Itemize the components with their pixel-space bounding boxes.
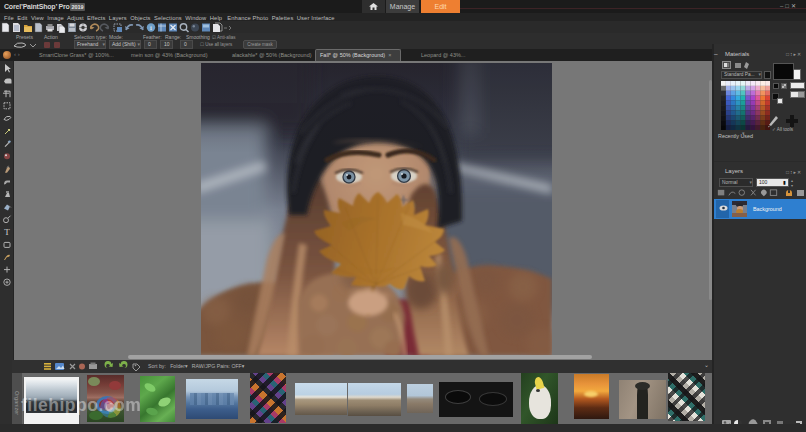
svg-text:i: i [150, 24, 152, 32]
svg-text:T: T [4, 227, 10, 237]
